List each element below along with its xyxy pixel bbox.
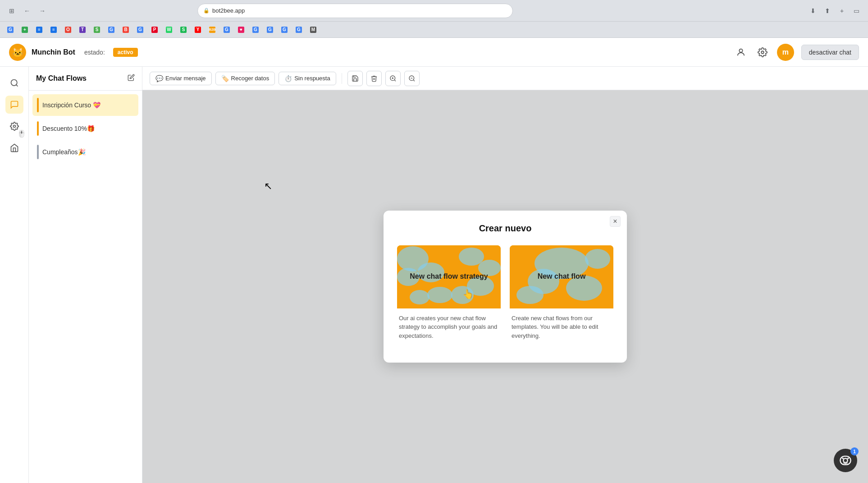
top-bar-actions: m desactivar chat xyxy=(734,44,859,61)
chat-bot-badge: 1 xyxy=(850,447,859,455)
bookmark-g5[interactable]: G xyxy=(249,24,262,36)
bookmark-whatsapp[interactable]: W xyxy=(162,24,176,36)
svg-point-20 xyxy=(410,290,429,304)
bookmark-o[interactable]: O xyxy=(61,24,75,36)
bookmark-g6[interactable]: G xyxy=(263,24,277,36)
forward-btn[interactable]: → xyxy=(36,5,49,17)
flow-indicator xyxy=(37,121,39,136)
new-tab-btn[interactable]: + xyxy=(836,5,848,17)
bookmark-m[interactable]: M xyxy=(306,24,320,36)
flow-item-cumpleanos[interactable]: Cumpleaños🎉 xyxy=(32,141,138,163)
sidebar-search-icon[interactable] xyxy=(5,74,23,92)
icon-sidebar: 🖱️ xyxy=(0,67,29,483)
sin-respuesta-icon: ⏱️ xyxy=(284,75,292,82)
bookmark-g1[interactable]: G xyxy=(4,24,17,36)
bookmark-g8[interactable]: G xyxy=(292,24,306,36)
flow-item-descuento[interactable]: Descuento 10%🎁 xyxy=(32,118,138,139)
zoom-in-btn[interactable] xyxy=(385,71,401,86)
svg-point-0 xyxy=(739,49,742,52)
share-btn[interactable]: ⬆ xyxy=(821,5,834,17)
svg-point-19 xyxy=(451,286,474,304)
bookmark-g7[interactable]: G xyxy=(278,24,291,36)
bookmark-spotify[interactable]: S xyxy=(177,24,190,36)
svg-point-27 xyxy=(843,458,847,462)
bookmark-docs2[interactable]: ≡ xyxy=(47,24,60,36)
bookmark-sheets[interactable]: S xyxy=(90,24,104,36)
user-profile-icon[interactable] xyxy=(734,45,748,60)
card-strategy-label: New chat flow strategy xyxy=(406,268,491,285)
flow-name-descuento: Descuento 10%🎁 xyxy=(42,125,95,132)
flow-item-inscripcion[interactable]: Inscripción Curso 💝 xyxy=(32,94,138,116)
card-new-label: New chat flow xyxy=(534,268,589,285)
flow-indicator xyxy=(37,145,39,159)
browser-controls: ⊞ ← → xyxy=(5,5,49,17)
card-new[interactable]: New chat flow Create new chat flows from… xyxy=(509,244,614,343)
svg-point-2 xyxy=(11,80,17,86)
bookmark-t[interactable]: T xyxy=(76,24,89,36)
lock-icon: 🔒 xyxy=(203,8,210,14)
sin-respuesta-label: Sin respuesta xyxy=(294,75,330,82)
svg-line-5 xyxy=(394,80,396,81)
address-bar[interactable]: 🔒 bot2bee.app xyxy=(197,4,513,18)
sin-respuesta-btn[interactable]: ⏱️ Sin respuesta xyxy=(279,72,336,85)
chat-flows-panel: My Chat Flows Inscripción Curso 💝 Descue… xyxy=(29,67,142,483)
bookmark-plus[interactable]: + xyxy=(18,24,32,36)
enviar-label: Enviar mensaje xyxy=(165,75,206,82)
toolbar: 💬 Enviar mensaje 🏷️ Recoger datos ⏱️ Sin… xyxy=(142,67,868,90)
bookmark-docs1[interactable]: ≡ xyxy=(32,24,46,36)
user-avatar[interactable]: m xyxy=(777,44,794,61)
download-btn[interactable]: ⬇ xyxy=(807,5,819,17)
svg-point-1 xyxy=(761,51,764,54)
svg-point-25 xyxy=(516,286,544,304)
bookmark-g4[interactable]: G xyxy=(220,24,233,36)
chat-bot-float[interactable]: 1 xyxy=(834,449,857,472)
delete-btn[interactable] xyxy=(366,71,382,86)
app-container: 🐱 Munchin Bot estado: activo m desactiva… xyxy=(0,38,868,483)
top-bar: 🐱 Munchin Bot estado: activo m desactiva… xyxy=(0,38,868,67)
recoger-datos-btn[interactable]: 🏷️ Recoger datos xyxy=(215,72,275,85)
bookmark-youtube[interactable]: Y xyxy=(191,24,205,36)
tabs-btn[interactable]: ▭ xyxy=(850,5,863,17)
card-strategy-image: New chat flow strategy 👆 xyxy=(397,245,501,308)
enviar-mensaje-btn[interactable]: 💬 Enviar mensaje xyxy=(150,72,212,85)
svg-point-26 xyxy=(585,249,610,269)
sidebar-settings-icon[interactable]: 🖱️ xyxy=(5,117,23,135)
zoom-out-btn[interactable] xyxy=(404,71,420,86)
bot-logo: 🐱 xyxy=(9,44,26,61)
url-text: bot2bee.app xyxy=(212,7,245,14)
status-badge: activo xyxy=(113,48,138,57)
chat-flows-title: My Chat Flows xyxy=(36,74,87,83)
card-strategy-desc: Our ai creates your new chat flow strate… xyxy=(397,308,501,342)
save-btn[interactable] xyxy=(347,71,363,86)
deactivate-btn[interactable]: desactivar chat xyxy=(801,45,859,60)
bookmark-g3[interactable]: G xyxy=(133,24,147,36)
canvas-area: ↖ × Crear nuevo xyxy=(142,90,868,483)
card-new-desc: Create new chat flows from our templates… xyxy=(510,308,613,342)
bookmark-b[interactable]: B xyxy=(119,24,132,36)
svg-point-18 xyxy=(427,287,452,303)
chat-flows-header: My Chat Flows xyxy=(29,67,142,91)
back-btn[interactable]: ← xyxy=(21,5,33,17)
sidebar-toggle-btn[interactable]: ⊞ xyxy=(5,5,18,17)
recoger-label: Recoger datos xyxy=(231,75,270,82)
sidebar-chat-icon[interactable] xyxy=(5,96,23,114)
bookmark-g2[interactable]: G xyxy=(105,24,118,36)
modal-overlay: × Crear nuevo xyxy=(142,90,868,483)
create-new-modal: × Crear nuevo xyxy=(384,211,627,363)
bot-name: Munchin Bot xyxy=(32,48,75,56)
edit-icon[interactable] xyxy=(128,74,135,83)
bookmark-heart[interactable]: ♥ xyxy=(234,24,248,36)
card-strategy[interactable]: New chat flow strategy 👆 Our ai creates … xyxy=(396,244,502,343)
settings-top-icon[interactable] xyxy=(755,45,770,60)
modal-close-btn[interactable]: × xyxy=(610,216,621,227)
svg-point-15 xyxy=(459,248,484,266)
browser-chrome: ⊞ ← → 🔒 bot2bee.app ⬇ ⬆ + ▭ xyxy=(0,0,868,22)
bookmark-pinterest[interactable]: P xyxy=(148,24,161,36)
bookmark-bot2bee[interactable]: B2B xyxy=(206,24,219,36)
estado-label: estado: xyxy=(84,49,105,56)
cards-row: New chat flow strategy 👆 Our ai creates … xyxy=(396,244,614,343)
card-new-image: New chat flow xyxy=(510,245,613,308)
svg-line-9 xyxy=(413,80,415,81)
flow-name-inscripcion: Inscripción Curso 💝 xyxy=(42,101,101,109)
sidebar-home-icon[interactable] xyxy=(5,139,23,157)
